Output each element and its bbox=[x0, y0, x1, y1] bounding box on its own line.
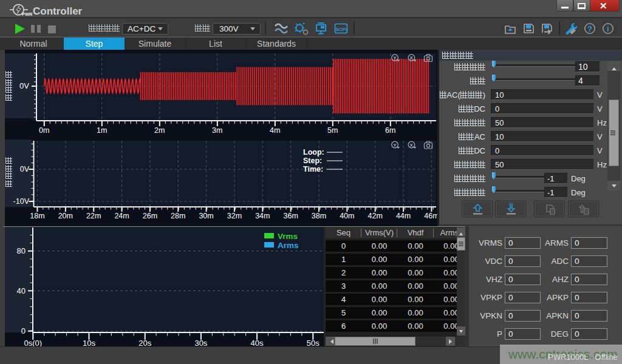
svg-text:80: 80 bbox=[17, 246, 26, 255]
svg-text:Y: Y bbox=[393, 55, 397, 61]
svg-text:26m: 26m bbox=[143, 212, 157, 220]
svg-text:30s: 30s bbox=[194, 339, 207, 347]
svg-text:5m: 5m bbox=[327, 126, 338, 135]
svg-text:SCPI: SCPI bbox=[335, 27, 347, 32]
svg-text:28m: 28m bbox=[171, 212, 185, 220]
svg-text:20s: 20s bbox=[138, 339, 151, 347]
svg-text:40s: 40s bbox=[251, 339, 264, 347]
svg-text:46m: 46m bbox=[424, 212, 437, 220]
svg-text:Arms: Arms bbox=[278, 241, 299, 250]
svg-text:42m: 42m bbox=[368, 212, 383, 220]
svg-text:2m: 2m bbox=[154, 126, 165, 135]
svg-text:Time:: Time: bbox=[303, 165, 323, 174]
svg-text:X: X bbox=[410, 55, 414, 61]
svg-text:i: i bbox=[607, 25, 609, 33]
svg-text:0s(0): 0s(0) bbox=[24, 339, 42, 347]
svg-text:32m: 32m bbox=[227, 212, 242, 220]
svg-text:0: 0 bbox=[21, 326, 26, 335]
svg-text:?: ? bbox=[587, 24, 592, 33]
svg-text:40m: 40m bbox=[340, 212, 354, 220]
svg-text:40: 40 bbox=[17, 286, 26, 295]
svg-text:Vrms: Vrms bbox=[278, 232, 298, 241]
svg-text:24m: 24m bbox=[114, 212, 129, 220]
svg-text:Loop:: Loop: bbox=[303, 148, 324, 157]
svg-text:4m: 4m bbox=[270, 126, 280, 135]
svg-text:22m: 22m bbox=[86, 212, 101, 220]
svg-text:0m: 0m bbox=[39, 126, 49, 135]
svg-text:X: X bbox=[410, 143, 414, 148]
svg-text:36m: 36m bbox=[283, 212, 298, 220]
svg-text:Y: Y bbox=[393, 143, 397, 148]
svg-text:PWR: PWR bbox=[22, 12, 33, 17]
svg-text:6m: 6m bbox=[385, 126, 395, 135]
svg-text:50s: 50s bbox=[307, 339, 320, 347]
svg-text:Step:: Step: bbox=[303, 157, 322, 165]
svg-text:10s: 10s bbox=[83, 339, 95, 347]
svg-text:44m: 44m bbox=[396, 212, 411, 220]
svg-text:1m: 1m bbox=[97, 126, 107, 135]
svg-text:20m: 20m bbox=[58, 212, 73, 220]
svg-text:3m: 3m bbox=[212, 126, 222, 135]
svg-text:18m: 18m bbox=[30, 212, 44, 220]
svg-text:34m: 34m bbox=[255, 212, 270, 220]
svg-text:38m: 38m bbox=[312, 212, 326, 220]
svg-text:30m: 30m bbox=[199, 212, 213, 220]
